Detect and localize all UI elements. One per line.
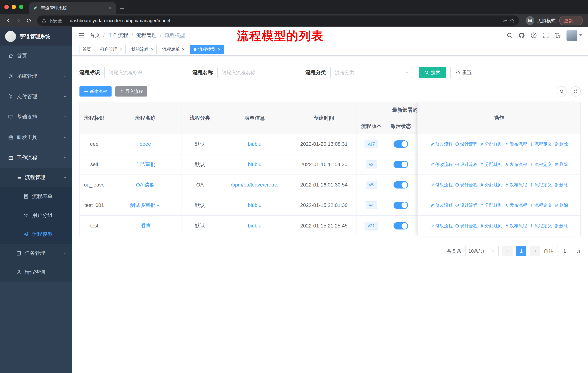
tab-close-icon[interactable]: × bbox=[120, 47, 122, 52]
design-action-link[interactable]: 设计流程 bbox=[455, 202, 478, 208]
trash-action-link[interactable]: 删除 bbox=[554, 161, 568, 167]
assign-action-link[interactable]: 分配规则 bbox=[480, 161, 502, 167]
reload-button[interactable] bbox=[24, 16, 33, 25]
page-size-select[interactable]: 10条/页 bbox=[465, 246, 499, 256]
assign-action-link[interactable]: 分配规则 bbox=[480, 202, 502, 208]
import-process-button[interactable]: 导入流程 bbox=[115, 86, 147, 97]
sidebar-item-9[interactable]: 流程模型 bbox=[0, 225, 72, 244]
tab-close-icon[interactable] bbox=[108, 6, 112, 10]
search-icon[interactable] bbox=[506, 32, 513, 39]
sidebar-item-11[interactable]: 请假查询 bbox=[0, 263, 72, 282]
back-button[interactable] bbox=[4, 16, 13, 25]
publish-action-link[interactable]: 发布流程 bbox=[504, 223, 527, 229]
zoom-window-button[interactable] bbox=[19, 5, 23, 9]
clip-action-link[interactable]: 流程定义 bbox=[529, 161, 552, 167]
trash-action-link[interactable]: 删除 bbox=[554, 202, 568, 208]
process-name-link[interactable]: 滔博 bbox=[140, 222, 150, 229]
sidebar-item-7[interactable]: 流程表单 bbox=[0, 187, 72, 206]
edit-action-link[interactable]: 修改流程 bbox=[430, 223, 453, 229]
edit-action-link[interactable]: 修改流程 bbox=[430, 202, 453, 208]
sidebar-item-1[interactable]: 系统管理 bbox=[0, 66, 72, 86]
user-menu[interactable] bbox=[567, 30, 582, 41]
process-name-input[interactable] bbox=[217, 67, 298, 78]
tab-close-icon[interactable]: × bbox=[182, 47, 185, 52]
assign-action-link[interactable]: 分配规则 bbox=[480, 223, 502, 229]
assign-action-link[interactable]: 分配规则 bbox=[480, 182, 502, 188]
breadcrumb-process-mgmt[interactable]: 流程管理 bbox=[136, 32, 157, 39]
form-info-link[interactable]: biubiu bbox=[248, 223, 262, 229]
process-name-link[interactable]: OA 请假 bbox=[136, 181, 155, 188]
design-action-link[interactable]: 设计流程 bbox=[455, 161, 478, 167]
trash-action-link[interactable]: 删除 bbox=[554, 141, 568, 147]
process-name-link[interactable]: eeee bbox=[140, 141, 151, 147]
create-process-button[interactable]: 新建流程 bbox=[79, 86, 112, 97]
design-action-link[interactable]: 设计流程 bbox=[455, 223, 478, 229]
publish-action-link[interactable]: 发布流程 bbox=[504, 182, 527, 188]
new-tab-button[interactable] bbox=[120, 6, 125, 11]
browser-tab[interactable]: 芋道管理系统 bbox=[29, 2, 116, 14]
page-1-button[interactable]: 1 bbox=[516, 246, 526, 256]
tags-view-tab-1[interactable]: 租户管理× bbox=[97, 45, 126, 54]
clip-action-link[interactable]: 流程定义 bbox=[529, 182, 552, 188]
breadcrumb-workflow[interactable]: 工作流程 bbox=[108, 32, 128, 39]
update-button[interactable]: 更新 bbox=[559, 16, 583, 25]
bookmark-star-icon[interactable] bbox=[510, 18, 515, 23]
publish-action-link[interactable]: 发布流程 bbox=[504, 161, 527, 167]
sidebar-item-6[interactable]: 流程管理 bbox=[0, 168, 72, 187]
active-toggle[interactable] bbox=[394, 141, 408, 148]
breadcrumb-home[interactable]: 首页 bbox=[90, 32, 100, 39]
assign-action-link[interactable]: 分配规则 bbox=[480, 141, 502, 147]
sidebar-item-4[interactable]: 研发工具 bbox=[0, 127, 72, 148]
form-info-link[interactable]: biubiu bbox=[248, 141, 262, 147]
tab-close-icon[interactable]: × bbox=[218, 47, 221, 52]
clip-action-link[interactable]: 流程定义 bbox=[529, 223, 552, 229]
edit-action-link[interactable]: 修改流程 bbox=[430, 182, 453, 188]
password-key-icon[interactable] bbox=[502, 18, 507, 23]
reset-button[interactable]: 重置 bbox=[450, 67, 477, 78]
sidebar-item-0[interactable]: 首页 bbox=[0, 46, 72, 66]
forward-button[interactable] bbox=[14, 16, 23, 25]
form-info-link[interactable]: biubiu bbox=[248, 202, 262, 208]
sidebar-item-2[interactable]: 支付管理 bbox=[0, 86, 72, 107]
form-info-link[interactable]: biubiu bbox=[248, 161, 262, 167]
process-key-input[interactable] bbox=[104, 67, 185, 78]
process-name-link[interactable]: 自己审批 bbox=[135, 161, 156, 168]
edit-action-link[interactable]: 修改流程 bbox=[430, 141, 453, 147]
sidebar-item-3[interactable]: 基础设施 bbox=[0, 107, 72, 127]
next-page-button[interactable] bbox=[530, 246, 540, 256]
process-name-link[interactable]: 测试多审批人 bbox=[130, 202, 161, 209]
clip-action-link[interactable]: 流程定义 bbox=[529, 141, 552, 147]
publish-action-link[interactable]: 发布流程 bbox=[504, 141, 527, 147]
trash-action-link[interactable]: 删除 bbox=[554, 182, 568, 188]
browser-menu-icon[interactable] bbox=[575, 18, 580, 23]
refresh-table-button[interactable] bbox=[570, 86, 581, 97]
tags-view-tab-3[interactable]: 流程表单× bbox=[159, 45, 188, 54]
design-action-link[interactable]: 设计流程 bbox=[455, 182, 478, 188]
sidebar-item-8[interactable]: 用户分组 bbox=[0, 206, 72, 225]
tags-view-tab-2[interactable]: 我的流程× bbox=[128, 45, 157, 54]
edit-action-link[interactable]: 修改流程 bbox=[430, 161, 453, 167]
font-size-icon[interactable] bbox=[555, 32, 561, 39]
hamburger-icon[interactable] bbox=[78, 32, 84, 39]
minimize-window-button[interactable] bbox=[12, 5, 16, 9]
publish-action-link[interactable]: 发布流程 bbox=[504, 202, 527, 208]
sidebar-item-10[interactable]: 任务管理 bbox=[0, 244, 72, 263]
prev-page-button[interactable] bbox=[502, 246, 513, 256]
fullscreen-icon[interactable] bbox=[542, 32, 549, 39]
tags-view-tab-0[interactable]: 首页 bbox=[79, 45, 94, 54]
active-toggle[interactable] bbox=[394, 181, 408, 189]
close-window-button[interactable] bbox=[4, 5, 9, 9]
form-info-link[interactable]: /bpm/oa/leave/create bbox=[231, 182, 279, 188]
clip-action-link[interactable]: 流程定义 bbox=[529, 202, 552, 208]
goto-page-input[interactable]: 1 bbox=[557, 246, 572, 256]
trash-action-link[interactable]: 删除 bbox=[554, 223, 568, 229]
address-bar[interactable]: 不安全 dashboard.yudao.iocoder.cn/bpm/manag… bbox=[37, 15, 519, 26]
github-icon[interactable] bbox=[518, 32, 525, 39]
app-logo[interactable]: 芋道管理系统 bbox=[0, 27, 72, 46]
design-action-link[interactable]: 设计流程 bbox=[455, 141, 478, 147]
active-toggle[interactable] bbox=[394, 222, 408, 230]
help-icon[interactable] bbox=[530, 32, 537, 39]
category-select[interactable]: 流程分类 bbox=[330, 67, 413, 78]
toggle-search-button[interactable] bbox=[557, 86, 567, 97]
tags-view-tab-4[interactable]: 流程模型× bbox=[190, 45, 224, 54]
